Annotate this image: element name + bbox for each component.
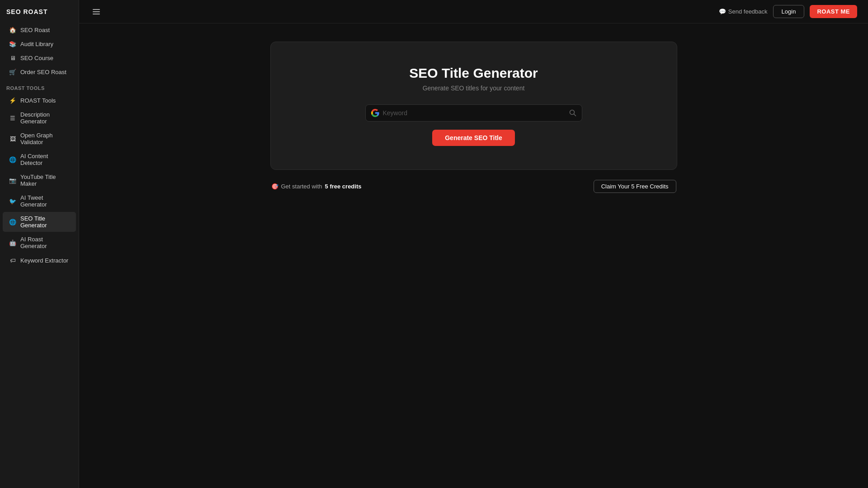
cart-icon: 🛒: [9, 68, 16, 75]
sidebar-item-label: AI Roast Generator: [20, 236, 70, 249]
sidebar-item-ai-tweet-generator[interactable]: 🐦 AI Tweet Generator: [3, 191, 76, 211]
sidebar-item-audit-library[interactable]: 📚 Audit Library: [3, 37, 76, 51]
sidebar-item-label: SEO Roast: [20, 27, 50, 33]
credits-text: 🎯 Get started with 5 free credits: [271, 183, 362, 190]
sidebar-item-description-generator[interactable]: ☰ Description Generator: [3, 108, 76, 128]
app-logo: SEO ROAST: [0, 6, 79, 23]
login-button[interactable]: Login: [773, 5, 805, 18]
claim-credits-button[interactable]: Claim Your 5 Free Credits: [594, 180, 676, 193]
sidebar-item-label: SEO Course: [20, 55, 53, 61]
page-subtitle: Generate SEO titles for your content: [423, 84, 525, 92]
sidebar-item-order-seo-roast[interactable]: 🛒 Order SEO Roast: [3, 65, 76, 79]
chat-icon: 💬: [719, 8, 726, 15]
sidebar-item-label: AI Tweet Generator: [20, 194, 70, 208]
app-header: 💬 Send feedback Login ROAST ME: [79, 0, 868, 23]
sidebar-item-seo-title-generator[interactable]: 🌐 SEO Title Generator: [3, 212, 76, 232]
sidebar-item-roast-tools[interactable]: ⚡ ROAST Tools: [3, 94, 76, 107]
sidebar-item-label: Description Generator: [20, 111, 70, 125]
header-right: 💬 Send feedback Login ROAST ME: [719, 5, 857, 18]
google-icon: [371, 109, 379, 117]
sidebar-item-label: Order SEO Roast: [20, 69, 66, 75]
sidebar-top-nav: 🏠 SEO Roast 📚 Audit Library 🖥 SEO Course…: [0, 23, 79, 79]
bolt-icon: ⚡: [9, 97, 16, 104]
seo-globe-icon: 🌐: [9, 218, 16, 225]
sidebar-item-label: Audit Library: [20, 41, 53, 47]
bird-icon: 🐦: [9, 197, 16, 205]
sidebar-item-label: Open Graph Validator: [20, 132, 70, 145]
credits-prefix: Get started with: [281, 183, 322, 190]
page-title: SEO Title Generator: [409, 66, 538, 81]
page-content: SEO Title Generator Generate SEO titles …: [79, 23, 868, 488]
svg-rect-1: [93, 11, 100, 12]
camera-icon: 📷: [9, 177, 16, 184]
sidebar-item-keyword-extractor[interactable]: 🏷 Keyword Extractor: [3, 253, 76, 267]
credits-emoji: 🎯: [271, 183, 278, 190]
sidebar: SEO ROAST 🏠 SEO Roast 📚 Audit Library 🖥 …: [0, 0, 79, 488]
seo-title-generator-card: SEO Title Generator Generate SEO titles …: [270, 42, 677, 170]
svg-rect-2: [93, 14, 100, 14]
main-area: 💬 Send feedback Login ROAST ME SEO Title…: [79, 0, 868, 488]
sidebar-item-label: SEO Title Generator: [20, 215, 70, 229]
book-icon: 📚: [9, 40, 16, 47]
globe-icon: 🌐: [9, 156, 16, 163]
sidebar-item-seo-roast[interactable]: 🏠 SEO Roast: [3, 23, 76, 37]
robot-icon: 🤖: [9, 239, 16, 246]
sidebar-item-label: YouTube Title Maker: [20, 174, 70, 187]
sidebar-item-ai-roast-generator[interactable]: 🤖 AI Roast Generator: [3, 233, 76, 253]
sidebar-item-seo-course[interactable]: 🖥 SEO Course: [3, 51, 76, 65]
header-left: [90, 5, 103, 18]
generate-seo-title-button[interactable]: Generate SEO Title: [432, 130, 515, 146]
search-icon: [569, 109, 576, 117]
roastme-button[interactable]: ROAST ME: [810, 5, 857, 18]
home-icon: 🏠: [9, 26, 16, 33]
sidebar-item-open-graph-validator[interactable]: 🖼 Open Graph Validator: [3, 129, 76, 149]
sidebar-item-label: Keyword Extractor: [20, 257, 68, 264]
svg-rect-0: [93, 9, 100, 10]
sidebar-item-youtube-title-maker[interactable]: 📷 YouTube Title Maker: [3, 170, 76, 190]
send-feedback-button[interactable]: 💬 Send feedback: [719, 8, 768, 15]
keyword-input-wrapper: [365, 104, 582, 122]
svg-line-4: [574, 114, 576, 116]
image-icon: 🖼: [9, 135, 16, 142]
sidebar-item-label: ROAST Tools: [20, 97, 56, 104]
credits-bar: 🎯 Get started with 5 free credits Claim …: [270, 180, 677, 193]
sidebar-item-label: AI Content Detector: [20, 153, 70, 166]
monitor-icon: 🖥: [9, 54, 16, 61]
sidebar-toggle-button[interactable]: [90, 5, 103, 18]
sidebar-section-roast-tools: ROAST Tools: [0, 79, 79, 93]
list-icon: ☰: [9, 114, 16, 122]
sidebar-item-ai-content-detector[interactable]: 🌐 AI Content Detector: [3, 150, 76, 169]
send-feedback-label: Send feedback: [728, 8, 768, 15]
search-icon-button[interactable]: [569, 109, 576, 117]
credits-count: 5 free credits: [325, 183, 362, 190]
tag-icon: 🏷: [9, 257, 16, 264]
keyword-input[interactable]: [383, 105, 566, 121]
